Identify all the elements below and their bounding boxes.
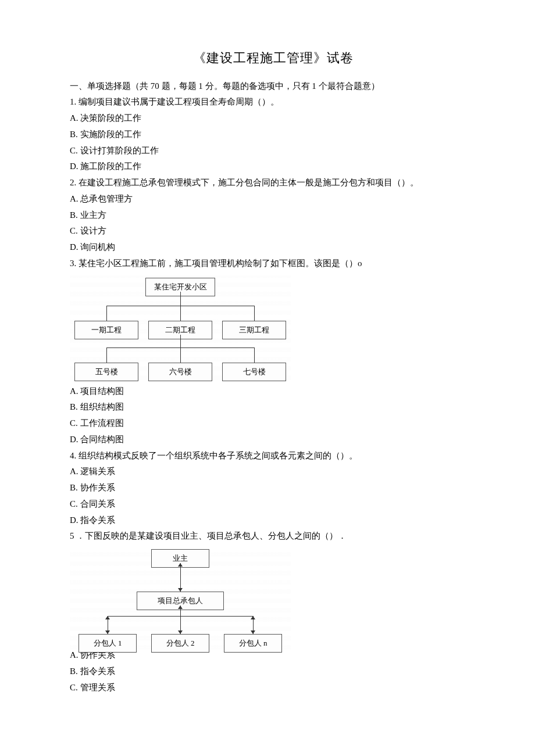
diagram-box: 七号楼 <box>222 363 286 381</box>
q1-option-c: C. 设计打算阶段的工作 <box>70 143 477 159</box>
q4-stem: 4. 组织结构模式反映了一个组织系统中各子系统之间或各元素之间的（）。 <box>70 448 477 464</box>
q4-option-c: C. 合同关系 <box>70 496 477 513</box>
q1-option-b: B. 实施阶段的工作 <box>70 127 477 143</box>
q3-option-a: A. 项目结构图 <box>70 384 477 400</box>
diagram-box: 六号楼 <box>148 363 212 381</box>
diagram-box: 五号楼 <box>74 363 138 381</box>
q4-option-b: B. 协作关系 <box>70 480 477 496</box>
diagram-box: 分包人 n <box>224 634 282 653</box>
q2-option-d: D. 询问机构 <box>70 239 477 256</box>
diagram-box: 分包人 2 <box>151 634 209 653</box>
q3-stem: 3. 某住宅小区工程施工前，施工项目管理机构绘制了如下框图。该图是（）o <box>70 256 477 272</box>
section-header: 一、单项选择题（共 70 题，每题 1 分。每题的备选项中，只有 1 个最符合题… <box>70 78 477 95</box>
q3-option-b: B. 组织结构图 <box>70 399 477 415</box>
q2-stem: 2. 在建设工程施工总承包管理模式下，施工分包合同的主体一般是施工分包方和项目（… <box>70 175 477 191</box>
q3-diagram: 某住宅开发小区 一期工程 二期工程 三期工程 五号楼 六号楼 七号楼 <box>70 275 291 380</box>
diagram-box: 三期工程 <box>222 321 286 339</box>
q5-option-c: C. 管理关系 <box>70 680 477 696</box>
diagram-box: 分包人 1 <box>79 634 137 653</box>
q3-option-c: C. 工作流程图 <box>70 415 477 432</box>
q2-option-c: C. 设计方 <box>70 223 477 239</box>
page-title: 《建设工程施工管理》试卷 <box>70 46 477 70</box>
q2-option-b: B. 业主方 <box>70 207 477 224</box>
q1-option-a: A. 决策阶段的工作 <box>70 110 477 127</box>
q2-option-a: A. 总承包管理方 <box>70 191 477 207</box>
q1-stem: 1. 编制项目建议书属于建设工程项目全寿命周期（）。 <box>70 94 477 110</box>
q5-stem: 5 ．下图反映的是某建设项目业主、项目总承包人、分包人之间的（）． <box>70 528 477 544</box>
q1-option-d: D. 施工阶段的工作 <box>70 159 477 175</box>
q4-option-a: A. 逻辑关系 <box>70 464 477 480</box>
q3-option-d: D. 合同结构图 <box>70 432 477 448</box>
q5-option-b: B. 指令关系 <box>70 664 477 680</box>
diagram-box: 一期工程 <box>74 321 138 339</box>
q5-diagram: 业主 项目总承包人 分包人 1 分包人 2 分包人 n <box>70 548 291 650</box>
q4-option-d: D. 指令关系 <box>70 513 477 529</box>
